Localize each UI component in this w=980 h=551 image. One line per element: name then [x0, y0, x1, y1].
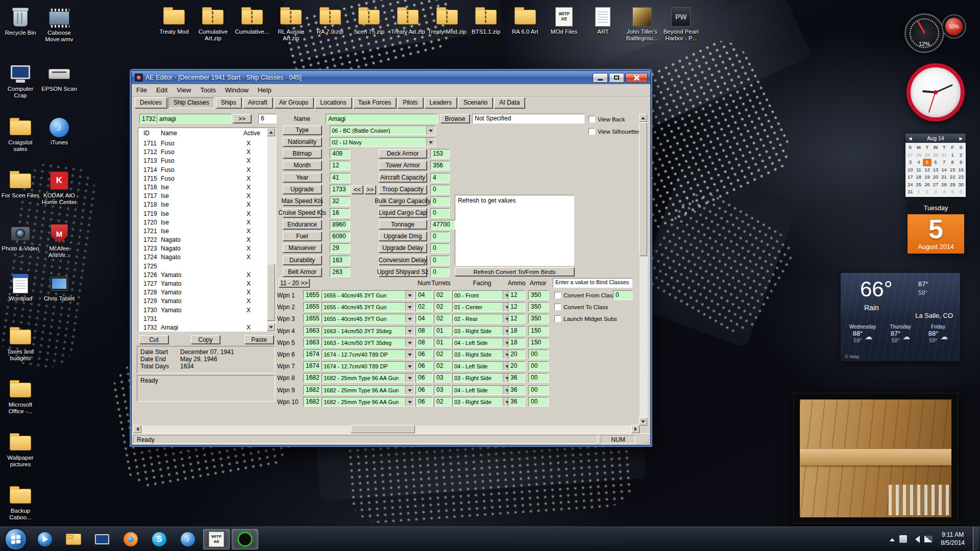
field-button-cruise-speed-kts[interactable]: Cruise Speed Kts: [283, 208, 322, 217]
field-value-upgrd-shipyard-sz[interactable]: 0: [430, 267, 450, 277]
menu-help[interactable]: Help: [253, 85, 276, 95]
calendar-day-cell[interactable]: 30: [957, 181, 965, 189]
field-button-upgrd-shipyard-sz[interactable]: Upgrd Shipyard Sz: [379, 267, 427, 277]
browse-button[interactable]: Browse: [440, 114, 470, 123]
desktop-icon-for-scen-files[interactable]: For Scen Files: [1, 169, 40, 199]
calendar-day-cell[interactable]: 1: [948, 152, 957, 159]
weapon-facing-dropdown[interactable]: 02 - Rear: [452, 314, 512, 323]
memory-meter-gadget[interactable]: 50%: [942, 14, 966, 39]
field-button-manuever[interactable]: Manuever: [283, 243, 322, 253]
weapon-turrets-field[interactable]: 02: [434, 302, 451, 312]
weapon-id-field[interactable]: 1655: [303, 314, 321, 323]
calendar-day-cell[interactable]: 4: [915, 159, 923, 166]
calendar-day-cell[interactable]: 10: [906, 166, 915, 174]
checkbox-box[interactable]: [589, 116, 595, 122]
field-button-upgrade-dmg[interactable]: Upgrade Dmg: [379, 232, 427, 241]
scroll-down-icon[interactable]: [267, 323, 275, 331]
weapon-armor-field[interactable]: 00: [528, 373, 549, 383]
field-value-bitmap[interactable]: 409: [330, 149, 350, 159]
calendar-day-cell[interactable]: 19: [923, 173, 932, 181]
list-scrollbar[interactable]: [267, 128, 276, 331]
weapon-turrets-field[interactable]: 02: [434, 349, 451, 359]
field-value-endurance[interactable]: 8960: [330, 220, 350, 230]
weapon-num-field[interactable]: 06: [415, 397, 433, 407]
desktop-icon-caboose-move-wmv[interactable]: Caboose Move.wmv: [40, 6, 79, 43]
desktop-icon-beyond-pearl-harbor-p[interactable]: PWBeyond Pearl Harbor - P...: [662, 5, 700, 42]
weapon-num-field[interactable]: 08: [415, 338, 433, 347]
field-button-deck-armor[interactable]: Deck Armor: [379, 149, 427, 158]
weapon-facing-dropdown[interactable]: 04 - Left Side: [452, 361, 512, 371]
vertical-scrollbar-thumb[interactable]: [639, 122, 647, 256]
weapon-facing-dropdown[interactable]: 03 - Right Side: [452, 397, 512, 407]
chevron-down-icon[interactable]: [405, 291, 414, 299]
horizontal-scrollbar[interactable]: [133, 425, 640, 434]
weapon-num-field[interactable]: 06: [415, 349, 433, 359]
ship-class-row[interactable]: 1716IseX: [138, 183, 267, 192]
checkbox-box[interactable]: [554, 304, 561, 310]
field-button-tonnage[interactable]: Tonnage: [379, 220, 427, 229]
scroll-up-icon[interactable]: [639, 114, 647, 122]
field-value-fuel[interactable]: 6090: [330, 232, 350, 241]
chevron-down-icon[interactable]: [405, 373, 414, 382]
menu-edit[interactable]: Edit: [152, 85, 172, 95]
tab-scenario[interactable]: Scenario: [458, 97, 493, 108]
copy-button[interactable]: Copy: [191, 335, 220, 344]
weapon-ammo-field[interactable]: 20: [508, 361, 525, 371]
desktop-icon-kodak-aio-home-center[interactable]: KKODAK AiO Home Center: [40, 169, 79, 206]
tab-ships[interactable]: Ships: [216, 97, 241, 108]
network-icon[interactable]: [924, 536, 933, 542]
field-value-durability[interactable]: 163: [330, 256, 350, 265]
class-name-field[interactable]: [326, 114, 438, 123]
weapon-id-field[interactable]: 1682: [303, 397, 321, 407]
weapon-armor-field[interactable]: 00: [528, 397, 549, 407]
weapon-facing-dropdown[interactable]: 01 - Center: [452, 302, 512, 312]
weapon-id-field[interactable]: 1663: [303, 326, 321, 336]
ship-class-row[interactable]: 1715FusoX: [138, 174, 267, 183]
desktop-icon-wordpad[interactable]: Wordpad: [1, 272, 40, 302]
ship-class-row[interactable]: 1731: [138, 315, 267, 323]
field-value-tower-armor[interactable]: 356: [430, 161, 450, 170]
weapon-facing-dropdown[interactable]: 04 - Left Side: [452, 338, 512, 347]
checkbox-box[interactable]: [589, 128, 595, 135]
tab-aircraft[interactable]: Aircraft: [243, 97, 273, 108]
weapon-facing-dropdown[interactable]: 04 - Left Side: [452, 385, 512, 395]
desktop-icon-treaty-mod[interactable]: Treaty Mod: [155, 5, 193, 35]
calendar-day-cell[interactable]: 27: [906, 152, 915, 159]
ship-class-row[interactable]: 1713FusoX: [138, 157, 267, 165]
calendar-day-cell[interactable]: 22: [948, 173, 957, 181]
scroll-right-icon[interactable]: [631, 425, 640, 433]
tab-pilots[interactable]: Pilots: [398, 97, 423, 108]
weapon-dropdown[interactable]: 1674 - 12.7cm/40 T89 DP: [322, 349, 414, 359]
refresh-convert-binds-button[interactable]: Refresh Convert To/From Binds: [455, 267, 574, 276]
weapon-facing-dropdown[interactable]: 03 - Right Side: [452, 349, 512, 359]
desktop-icon-photo-video[interactable]: Photo & Video ...: [1, 222, 40, 259]
weapon-armor-field[interactable]: 150: [528, 326, 549, 336]
tab-task-forces[interactable]: Task Forces: [353, 97, 397, 108]
field-button-fuel[interactable]: Fuel: [283, 232, 322, 241]
weapon-armor-field[interactable]: 350: [528, 290, 549, 300]
calendar-next-icon[interactable]: ►: [959, 135, 964, 141]
weapon-num-field[interactable]: 06: [415, 373, 433, 383]
calendar-day-cell[interactable]: 27: [932, 181, 940, 189]
calendar-day-cell[interactable]: 31: [940, 152, 948, 159]
calendar-day-cell[interactable]: 31: [906, 188, 915, 196]
field-value-tonnage[interactable]: 47700: [430, 220, 455, 230]
ship-class-row[interactable]: 1727YamatoX: [138, 280, 267, 288]
weapon-facing-dropdown[interactable]: 00 - Front: [452, 290, 512, 300]
calendar-day-cell[interactable]: 2: [957, 152, 965, 159]
start-button[interactable]: [5, 529, 27, 550]
tab-devices[interactable]: Devices: [135, 97, 167, 108]
weapon-armor-field[interactable]: 150: [528, 338, 549, 347]
desktop-icon-microsoft-office[interactable]: Microsoft Office -...: [1, 378, 40, 415]
desktop-icon-taxes-and-budgets[interactable]: Taxes and budgets: [1, 325, 40, 362]
calendar-day-cell[interactable]: 29: [948, 181, 957, 189]
list-scrollbar-thumb[interactable]: [267, 264, 275, 321]
calendar-day-cell[interactable]: 25: [915, 181, 923, 189]
menu-tools[interactable]: Tools: [195, 85, 220, 95]
vertical-scrollbar[interactable]: [640, 114, 648, 425]
taskbar-button-game[interactable]: [232, 529, 258, 549]
ship-class-row[interactable]: 1720IseX: [138, 218, 267, 227]
weapon-dropdown[interactable]: 1655 - 40cm/45 3YT Gun: [322, 290, 414, 300]
calendar-prev-icon[interactable]: ◄: [908, 135, 913, 141]
field-value-troop-capacity[interactable]: 0: [430, 185, 450, 194]
